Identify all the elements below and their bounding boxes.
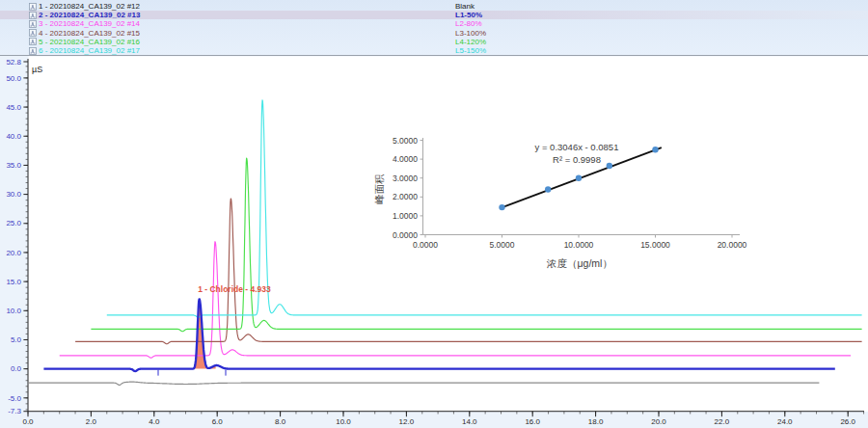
r-squared-label: R² = 0.9998 bbox=[553, 154, 601, 165]
inset-x-tick-label: 20.0000 bbox=[718, 240, 747, 250]
x-axis-tick-label: 20.0 bbox=[651, 417, 666, 426]
inset-x-tick-label: 10.0000 bbox=[564, 240, 594, 250]
y-axis-tick-label: 5.0 bbox=[11, 335, 22, 344]
x-axis-tick-label: 26.0 bbox=[840, 417, 855, 426]
y-axis-tick-label: 50.0 bbox=[6, 74, 21, 83]
y-axis-tick-label: 40.0 bbox=[6, 132, 21, 141]
calibration-point[interactable] bbox=[652, 147, 658, 152]
x-axis-tick-label: 14.0 bbox=[462, 417, 477, 426]
y-axis-tick-label: -5.0 bbox=[8, 394, 21, 403]
y-axis-tick-label: 10.0 bbox=[6, 307, 21, 315]
y-axis-tick-label: 25.0 bbox=[6, 219, 21, 227]
y-axis-tick-label: 52.8 bbox=[6, 58, 21, 67]
y-axis-tick-label: 0.0 bbox=[11, 364, 22, 373]
x-axis-tick-label: 2.0 bbox=[86, 417, 97, 426]
calibration-point[interactable] bbox=[545, 186, 551, 192]
y-axis-tick-label: 35.0 bbox=[6, 161, 21, 170]
inset-y-tick-label: 0.0000 bbox=[393, 230, 418, 240]
inset-y-tick-label: 2.0000 bbox=[393, 192, 418, 201]
calibration-point[interactable] bbox=[576, 175, 582, 181]
y-axis-tick-label: 15.0 bbox=[6, 278, 21, 286]
inset-x-tick-label: 15.0000 bbox=[640, 240, 670, 250]
y-axis-tick-label: 30.0 bbox=[6, 190, 21, 199]
inset-x-axis-label: 浓度（μg/ml） bbox=[546, 257, 612, 269]
trendline-equation: y = 0.3046x - 0.0851 bbox=[535, 142, 619, 152]
x-axis-tick-label: 10.0 bbox=[336, 417, 351, 426]
calibration-point[interactable] bbox=[499, 204, 504, 210]
y-axis-unit-label: µS bbox=[32, 65, 42, 74]
inset-y-tick-label: 4.0000 bbox=[393, 154, 418, 164]
y-axis-tick-label: -7.3 bbox=[8, 407, 21, 415]
inset-y-tick-label: 5.0000 bbox=[393, 136, 418, 146]
x-axis-tick-label: 0.0 bbox=[22, 417, 34, 426]
x-axis-tick-label: 4.0 bbox=[149, 417, 160, 426]
peak-annotation: 1 - Chloride - 4.933 bbox=[198, 284, 271, 294]
inset-x-tick-label: 5.0000 bbox=[490, 240, 515, 250]
chromatogram-plot[interactable]: 52.850.045.040.035.030.025.020.015.010.0… bbox=[0, 0, 868, 428]
x-axis-tick-label: 16.0 bbox=[525, 417, 540, 426]
inset-y-tick-label: 3.0000 bbox=[393, 174, 418, 183]
inset-y-tick-label: 1.0000 bbox=[393, 211, 418, 221]
plot-area[interactable] bbox=[29, 57, 868, 413]
x-axis-tick-label: 12.0 bbox=[399, 417, 415, 426]
y-axis-tick-label: 45.0 bbox=[6, 103, 21, 112]
y-axis-tick-label: 20.0 bbox=[6, 249, 21, 257]
inset-y-axis-label: 峰面积 bbox=[373, 174, 385, 204]
x-axis-tick-label: 8.0 bbox=[275, 417, 286, 426]
inset-x-tick-label: 0.0000 bbox=[413, 240, 438, 250]
x-axis-tick-label: 22.0 bbox=[715, 417, 730, 426]
x-axis-tick-label: 6.0 bbox=[212, 417, 224, 426]
x-axis-tick-label: 24.0 bbox=[777, 417, 793, 426]
chromatography-window: 1 - 20210824_CA139_02 #12 Blank 2 - 2021… bbox=[0, 0, 868, 428]
x-axis-tick-label: 18.0 bbox=[588, 417, 604, 426]
calibration-point[interactable] bbox=[607, 163, 612, 169]
